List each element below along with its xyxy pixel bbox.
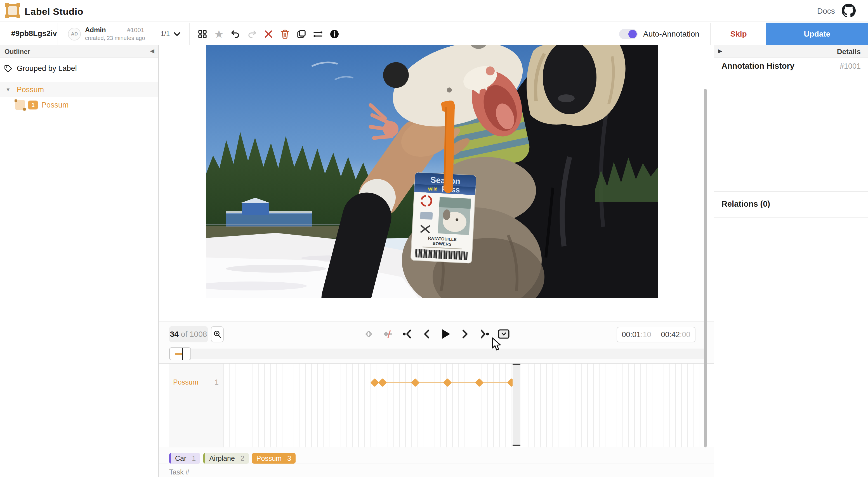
label-studio-app: Label Studio Docs #9pb8Lgs2iv AD Admin #… [0,0,868,477]
undo-icon[interactable] [230,29,241,39]
prev-frame-button[interactable] [421,328,433,340]
app-title: Label Studio [25,6,83,17]
next-frame-button[interactable] [460,328,471,340]
annotation-pager: 1/1 [160,30,170,38]
info-icon[interactable] [330,29,339,39]
outliner-title: Outliner [4,48,30,56]
frame-total: of 1008 [181,330,207,339]
tree-region-possum[interactable]: 1 Possum [0,97,158,113]
annotator-name: Admin [85,26,106,34]
keyframe-diamond[interactable] [378,378,387,387]
interpolation-delete-button[interactable] [382,328,394,340]
details-title: Details [837,47,861,56]
annotation-id: #1001 [127,27,144,34]
delete-trash-icon[interactable] [280,29,290,39]
prev-keyframe-button[interactable] [402,328,413,340]
label-color-bar [203,453,205,464]
frame-counter[interactable]: 34 of 1008 [169,326,208,342]
total-time-field[interactable]: 00:42:00 [656,327,695,342]
viewport-cursor [182,348,183,360]
divider [58,23,58,45]
label-studio-logo-icon[interactable] [6,4,19,17]
annotation-created: created, 23 minutes ago [85,35,144,41]
keyframe-diamond[interactable] [443,378,452,387]
main-workspace: Season Wild Pass RATATOUILLE BOWERS [159,45,714,477]
timeline-track-label[interactable]: Possum 1 [169,364,223,447]
auto-annotation-label: Auto-Annotation [643,30,700,38]
skip-button[interactable]: Skip [710,23,766,45]
magnifier-plus-icon [213,330,221,339]
tree-group-possum[interactable]: ▼ Possum [0,82,158,97]
frame-current[interactable]: 34 [170,330,179,339]
avatar[interactable]: AD [68,28,81,40]
top-app-bar: Label Studio Docs [0,0,868,22]
viewport-range [175,353,183,355]
timeline-grid[interactable] [223,364,705,447]
divider [714,191,868,192]
region-count-badge: 1 [28,101,38,109]
divider [159,464,714,464]
update-button[interactable]: Update [766,23,868,45]
badge-name2: BOWERS [433,241,452,247]
timeline-seek-strip[interactable] [169,348,705,359]
collapse-left-icon[interactable]: ◀ [150,47,154,54]
task-id: #9pb8Lgs2iv [11,29,57,38]
outliner-panel: Outliner ◀ Grouped by Label ▼ Possum 1 P… [0,45,159,477]
relations-title: Relations (0) [721,199,770,209]
auto-annotation-toggle[interactable] [619,29,638,39]
badge-wild: Wild [428,186,438,192]
details-panel: ▶ Details Annotation History #1001 Relat… [714,45,868,477]
reset-x-icon[interactable] [264,29,274,39]
next-keyframe-button[interactable] [479,328,491,340]
task-number-label: Task # [169,468,189,476]
collapse-timeline-button[interactable] [498,328,510,340]
keyframe-diamond[interactable] [411,378,420,387]
annotation-history-title: Annotation History [721,62,795,71]
keyframe-diamond[interactable] [475,378,484,387]
github-icon[interactable] [842,4,856,18]
play-button[interactable] [440,328,452,340]
zoom-in-button[interactable] [211,326,224,342]
docs-link[interactable]: Docs [817,7,835,15]
settings-sliders-icon[interactable] [313,29,323,39]
video-frame[interactable]: Season Wild Pass RATATOUILLE BOWERS [206,45,658,298]
time-display: 00:01:10 00:42:00 [617,327,695,342]
annotation-history-id: #1001 [840,62,861,71]
annotator-info: Admin #1001 created, 23 minutes ago [85,26,144,41]
tag-icon [4,64,12,73]
vertical-scrollbar[interactable] [704,89,707,447]
video-scene: Season Wild Pass RATATOUILLE BOWERS [206,45,658,298]
redo-icon[interactable] [247,29,257,39]
timeline-region: Possum 1 [159,363,714,447]
add-keyframe-button[interactable] [363,328,375,340]
timeline-playhead[interactable] [513,364,520,446]
expand-right-icon[interactable]: ▶ [718,48,722,54]
group-mode-label: Grouped by Label [17,64,77,73]
group-mode-selector[interactable]: Grouped by Label [0,58,158,79]
label-chip-airplane[interactable]: Airplane 2 [203,453,249,464]
label-chip-possum[interactable]: Possum 3 [252,453,296,464]
bounding-box-icon [15,100,25,110]
keyframe-diamond[interactable] [371,378,379,387]
video-canvas[interactable]: Season Wild Pass RATATOUILLE BOWERS [159,45,714,322]
ground-truth-star-icon[interactable]: ★ [214,29,224,39]
label-hotkeys-row: Car 1 Airplane 2 Possum 3 [169,453,296,464]
current-time-field[interactable]: 00:01:10 [617,327,656,342]
copy-annotation-icon[interactable] [297,29,307,39]
caret-down-icon[interactable]: ▼ [6,87,11,93]
label-color-bar [169,453,171,464]
timeline-viewport-slider[interactable] [169,347,191,360]
divider [189,23,190,45]
view-all-grid-icon[interactable] [197,29,208,39]
divider [714,217,868,217]
chevron-down-icon[interactable] [174,32,181,38]
annotation-toolbar: #9pb8Lgs2iv AD Admin #1001 created, 23 m… [0,23,868,45]
label-chip-car[interactable]: Car 1 [169,453,200,464]
